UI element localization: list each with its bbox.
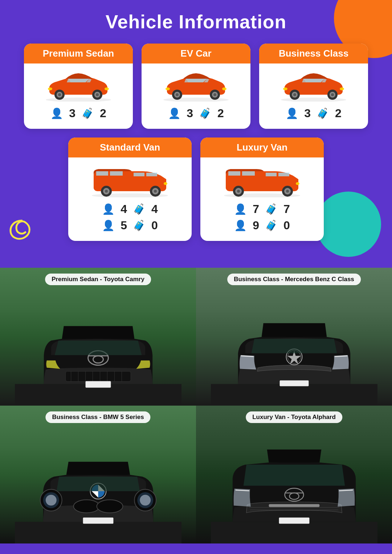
luggage-icon: 🧳	[199, 107, 212, 119]
camry-bg	[0, 268, 196, 406]
person-icon: 👤	[234, 203, 247, 215]
svg-point-16	[222, 87, 226, 90]
svg-point-7	[105, 87, 109, 90]
svg-rect-74	[211, 522, 377, 543]
capacity-row-luxury-van-1: 👤 7 🧳 7	[234, 202, 290, 216]
luxury-van-illustration	[220, 165, 304, 197]
svg-point-6	[96, 93, 99, 96]
capacity-row-van-2: 👤 5 🧳 0	[102, 219, 158, 232]
person-icon: 👤	[50, 107, 63, 119]
passengers-premium-sedan: 3	[69, 107, 75, 120]
card-business-class: Business Class	[259, 44, 368, 129]
person-icon: 👤	[168, 107, 181, 119]
passengers-van-1: 4	[121, 202, 127, 216]
card-header-premium-sedan: Premium Sedan	[24, 44, 133, 63]
svg-point-26	[283, 87, 287, 90]
svg-point-69	[45, 495, 56, 505]
card-body-luxury-van: 👤 7 🧳 7 👤 9 🧳 0	[200, 157, 324, 241]
card-title-premium-sedan: Premium Sedan	[31, 48, 126, 59]
card-header-standard-van: Standard Van	[68, 138, 192, 157]
svg-point-8	[48, 87, 52, 90]
sedan-illustration	[42, 71, 115, 102]
capacity-block-van: 👤 4 🧳 4 👤 5 🧳 0	[102, 202, 158, 232]
card-header-ev-car: EV Car	[142, 44, 250, 63]
svg-point-18	[281, 98, 346, 102]
svg-point-72	[140, 495, 151, 505]
card-premium-sedan: Premium Sedan	[24, 44, 133, 129]
luggage-icon: 🧳	[265, 219, 278, 231]
svg-point-25	[340, 87, 344, 90]
page-title: Vehicle Information	[15, 11, 377, 33]
photo-cell-camry: Premium Sedan - Toyota Camry	[0, 268, 196, 406]
svg-point-30	[105, 190, 108, 193]
capacity-row-ev-car: 👤 3 🧳 2	[168, 107, 224, 120]
card-header-business-class: Business Class	[259, 44, 368, 63]
svg-rect-77	[269, 504, 319, 507]
luggage-van-1: 4	[151, 202, 158, 216]
alphard-bg	[196, 406, 392, 543]
card-body-premium-sedan: 👤 3 🧳 2	[24, 63, 133, 129]
svg-point-3	[58, 93, 61, 96]
svg-point-17	[166, 87, 170, 90]
svg-point-64	[97, 500, 123, 513]
luggage-luxury-van-2: 0	[283, 219, 290, 232]
svg-point-21	[293, 93, 296, 96]
svg-rect-83	[279, 517, 309, 524]
person-icon: 👤	[234, 219, 247, 231]
svg-point-41	[286, 190, 289, 193]
luggage-icon: 🧳	[317, 107, 329, 119]
card-title-standard-van: Standard Van	[75, 142, 184, 153]
svg-rect-61	[279, 380, 309, 386]
svg-point-63	[73, 500, 99, 513]
svg-point-42	[296, 182, 299, 185]
svg-rect-73	[83, 517, 113, 524]
photo-grid: Premium Sedan - Toyota Camry	[0, 268, 392, 543]
card-ev-car: EV Car	[142, 44, 250, 129]
svg-rect-62	[15, 522, 181, 543]
photo-label-bmw: Business Class - BMW 5 Series	[45, 411, 150, 423]
bmw-bg	[0, 406, 196, 543]
card-body-ev-car: 👤 3 🧳 2	[142, 63, 250, 129]
svg-rect-44	[65, 371, 131, 381]
photo-label-camry: Premium Sedan - Toyota Camry	[45, 274, 151, 285]
camry-car-svg	[15, 297, 181, 406]
card-body-business-class: 👤 3 🧳 2	[259, 63, 368, 129]
svg-point-12	[176, 93, 179, 96]
svg-point-38	[237, 190, 240, 193]
photo-label-mercedes: Business Class - Mercedes Benz C Class	[227, 274, 361, 285]
luggage-icon: 🧳	[133, 219, 146, 231]
info-section: Vehicle Information Premium Sedan	[0, 0, 392, 268]
photo-cell-mercedes: Business Class - Mercedes Benz C Class	[196, 268, 392, 406]
svg-rect-57	[211, 384, 377, 406]
passengers-luxury-van-1: 7	[253, 202, 259, 216]
luggage-luxury-van-1: 7	[283, 202, 290, 216]
luggage-icon: 🧳	[81, 107, 94, 119]
photo-label-alphard: Luxury Van - Toyota Alphard	[246, 411, 342, 423]
luggage-ev-car: 2	[217, 107, 224, 120]
card-title-business-class: Business Class	[266, 48, 361, 59]
person-icon: 👤	[286, 107, 298, 119]
capacity-block-luxury-van: 👤 7 🧳 7 👤 9 🧳 0	[234, 202, 290, 232]
mercedes-car-svg	[211, 297, 377, 406]
passengers-van-2: 5	[121, 219, 127, 232]
luggage-van-2: 0	[151, 219, 158, 232]
card-title-ev-car: EV Car	[149, 48, 243, 59]
photo-cell-alphard: Luxury Van - Toyota Alphard	[196, 406, 392, 543]
svg-point-33	[154, 190, 157, 193]
svg-rect-56	[85, 381, 111, 387]
photo-cell-bmw: Business Class - BMW 5 Series	[0, 406, 196, 543]
luggage-premium-sedan: 2	[100, 107, 106, 120]
capacity-row-premium-sedan: 👤 3 🧳 2	[50, 107, 106, 120]
luggage-business-class: 2	[335, 107, 342, 120]
capacity-row-luxury-van-2: 👤 9 🧳 0	[234, 219, 290, 232]
ev-illustration	[160, 71, 232, 102]
business-illustration	[277, 71, 350, 102]
card-luxury-van: Luxury Van	[200, 138, 324, 241]
bmw-car-svg	[15, 435, 181, 543]
luggage-icon: 🧳	[265, 203, 278, 215]
person-icon: 👤	[102, 219, 115, 231]
card-header-luxury-van: Luxury Van	[200, 138, 324, 157]
card-standard-van: Standard Van	[68, 138, 192, 241]
van-illustration	[88, 165, 172, 197]
passengers-business-class: 3	[304, 107, 311, 120]
